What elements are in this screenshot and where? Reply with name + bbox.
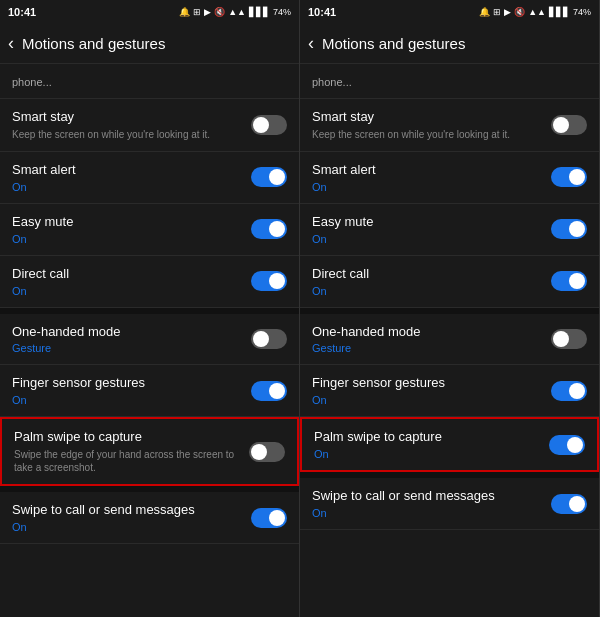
item-desc-smart-stay: Keep the screen on while you're looking …	[12, 128, 243, 141]
item-subtitle-finger-sensor: On	[312, 394, 543, 406]
status-icons: 🔔 ⊞ ▶ 🔇 ▲▲ ▋▋▋ 74%	[179, 7, 291, 17]
status-icons: 🔔 ⊞ ▶ 🔇 ▲▲ ▋▋▋ 74%	[479, 7, 591, 17]
toggle-knob	[569, 169, 585, 185]
toggle-knob	[269, 221, 285, 237]
item-desc-smart-stay: Keep the screen on while you're looking …	[312, 128, 543, 141]
truncated-text: phone...	[12, 76, 52, 88]
toggle-switch[interactable]	[551, 494, 587, 514]
item-title-palm-swipe: Palm swipe to capture	[314, 429, 541, 446]
toggle-switch[interactable]	[551, 381, 587, 401]
back-button[interactable]: ‹	[308, 33, 314, 54]
item-title-one-handed: One-handed mode	[12, 324, 243, 341]
battery-icon: 74%	[273, 7, 291, 17]
item-text-smart-stay: Smart stayKeep the screen on while you'r…	[312, 109, 543, 141]
item-title-direct-call: Direct call	[12, 266, 243, 283]
page-title: Motions and gestures	[322, 35, 465, 52]
content-area: phone...Smart stayKeep the screen on whi…	[0, 64, 299, 617]
toggle-switch[interactable]	[551, 329, 587, 349]
item-text-smart-alert: Smart alertOn	[12, 162, 243, 193]
page-title: Motions and gestures	[22, 35, 165, 52]
truncated-item: phone...	[0, 64, 299, 99]
item-subtitle-direct-call: On	[12, 285, 243, 297]
notification-icon: 🔔	[179, 7, 190, 17]
toggle-switch[interactable]	[551, 219, 587, 239]
item-subtitle-smart-alert: On	[312, 181, 543, 193]
item-subtitle-one-handed: Gesture	[312, 342, 543, 354]
toggle-knob	[251, 444, 267, 460]
toggle-switch[interactable]	[251, 115, 287, 135]
toggle-switch[interactable]	[251, 329, 287, 349]
mute-icon: 🔇	[214, 7, 225, 17]
item-text-swipe-to-call: Swipe to call or send messagesOn	[12, 502, 243, 533]
settings-item-palm-swipe[interactable]: Palm swipe to captureSwipe the edge of y…	[0, 417, 299, 486]
settings-item-easy-mute[interactable]: Easy muteOn	[0, 204, 299, 256]
item-desc-palm-swipe: Swipe the edge of your hand across the s…	[14, 448, 241, 474]
toggle-switch[interactable]	[251, 219, 287, 239]
top-bar: ‹Motions and gestures	[0, 24, 299, 64]
battery-icon: 74%	[573, 7, 591, 17]
toggle-knob	[569, 273, 585, 289]
phone-panel-left: 10:41 🔔 ⊞ ▶ 🔇 ▲▲ ▋▋▋ 74% ‹Motions and ge…	[0, 0, 300, 617]
toggle-switch[interactable]	[249, 442, 285, 462]
notification-icon: 🔔	[479, 7, 490, 17]
item-text-easy-mute: Easy muteOn	[312, 214, 543, 245]
settings-item-smart-stay[interactable]: Smart stayKeep the screen on while you'r…	[300, 99, 599, 152]
toggle-switch[interactable]	[551, 115, 587, 135]
settings-item-direct-call[interactable]: Direct callOn	[0, 256, 299, 308]
settings-item-finger-sensor[interactable]: Finger sensor gesturesOn	[300, 365, 599, 417]
toggle-knob	[269, 169, 285, 185]
item-title-smart-stay: Smart stay	[312, 109, 543, 126]
content-area: phone...Smart stayKeep the screen on whi…	[300, 64, 599, 617]
item-text-smart-alert: Smart alertOn	[312, 162, 543, 193]
toggle-knob	[269, 510, 285, 526]
settings-item-smart-stay[interactable]: Smart stayKeep the screen on while you'r…	[0, 99, 299, 152]
item-text-direct-call: Direct callOn	[312, 266, 543, 297]
item-text-finger-sensor: Finger sensor gesturesOn	[12, 375, 243, 406]
item-title-swipe-to-call: Swipe to call or send messages	[312, 488, 543, 505]
item-text-palm-swipe: Palm swipe to captureSwipe the edge of y…	[14, 429, 241, 474]
item-text-swipe-to-call: Swipe to call or send messagesOn	[312, 488, 543, 519]
item-subtitle-smart-alert: On	[12, 181, 243, 193]
status-bar: 10:41 🔔 ⊞ ▶ 🔇 ▲▲ ▋▋▋ 74%	[0, 0, 299, 24]
toggle-switch[interactable]	[549, 435, 585, 455]
item-subtitle-easy-mute: On	[312, 233, 543, 245]
toggle-knob	[569, 383, 585, 399]
settings-item-smart-alert[interactable]: Smart alertOn	[0, 152, 299, 204]
item-text-easy-mute: Easy muteOn	[12, 214, 243, 245]
settings-item-direct-call[interactable]: Direct callOn	[300, 256, 599, 308]
toggle-switch[interactable]	[251, 381, 287, 401]
item-title-swipe-to-call: Swipe to call or send messages	[12, 502, 243, 519]
settings-item-finger-sensor[interactable]: Finger sensor gesturesOn	[0, 365, 299, 417]
screenshot-icon: ⊞	[193, 7, 201, 17]
settings-item-swipe-to-call[interactable]: Swipe to call or send messagesOn	[0, 492, 299, 544]
back-button[interactable]: ‹	[8, 33, 14, 54]
toggle-switch[interactable]	[251, 167, 287, 187]
wifi-icon: ▲▲	[528, 7, 546, 17]
settings-item-palm-swipe[interactable]: Palm swipe to captureOn	[300, 417, 599, 472]
status-bar: 10:41 🔔 ⊞ ▶ 🔇 ▲▲ ▋▋▋ 74%	[300, 0, 599, 24]
toggle-switch[interactable]	[551, 167, 587, 187]
toggle-knob	[269, 273, 285, 289]
toggle-switch[interactable]	[251, 271, 287, 291]
item-subtitle-one-handed: Gesture	[12, 342, 243, 354]
toggle-knob	[553, 117, 569, 133]
settings-item-easy-mute[interactable]: Easy muteOn	[300, 204, 599, 256]
item-title-one-handed: One-handed mode	[312, 324, 543, 341]
item-title-smart-stay: Smart stay	[12, 109, 243, 126]
truncated-text: phone...	[312, 76, 352, 88]
item-title-palm-swipe: Palm swipe to capture	[14, 429, 241, 446]
toggle-switch[interactable]	[251, 508, 287, 528]
item-subtitle-palm-swipe: On	[314, 448, 541, 460]
item-subtitle-finger-sensor: On	[12, 394, 243, 406]
settings-item-one-handed[interactable]: One-handed modeGesture	[300, 314, 599, 366]
settings-item-one-handed[interactable]: One-handed modeGesture	[0, 314, 299, 366]
toggle-knob	[269, 383, 285, 399]
item-title-easy-mute: Easy mute	[312, 214, 543, 231]
item-text-finger-sensor: Finger sensor gesturesOn	[312, 375, 543, 406]
item-subtitle-easy-mute: On	[12, 233, 243, 245]
settings-item-smart-alert[interactable]: Smart alertOn	[300, 152, 599, 204]
toggle-switch[interactable]	[551, 271, 587, 291]
settings-item-swipe-to-call[interactable]: Swipe to call or send messagesOn	[300, 478, 599, 530]
toggle-knob	[553, 331, 569, 347]
status-time: 10:41	[308, 6, 336, 18]
